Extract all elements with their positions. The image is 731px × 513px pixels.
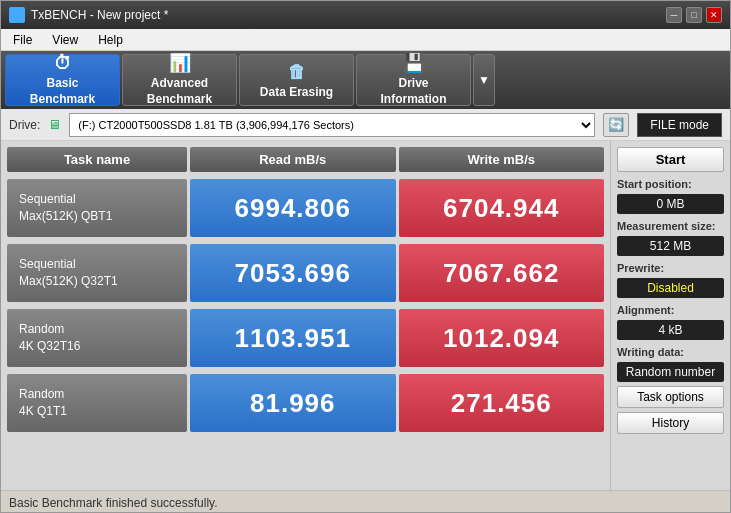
close-button[interactable]: ✕ bbox=[706, 7, 722, 23]
toolbar-advanced-label: AdvancedBenchmark bbox=[147, 76, 212, 107]
read-value-1: 7053.696 bbox=[190, 244, 396, 302]
app-icon bbox=[9, 7, 25, 23]
toolbar-btn-advanced[interactable]: 📊 AdvancedBenchmark bbox=[122, 54, 237, 106]
menu-help[interactable]: Help bbox=[90, 31, 131, 49]
write-value-2: 1012.094 bbox=[399, 309, 605, 367]
toolbar-basic-label: BasicBenchmark bbox=[30, 76, 95, 107]
toolbar-erasing-label: Data Erasing bbox=[260, 85, 333, 99]
bench-row-1: SequentialMax(512K) Q32T1 7053.696 7067.… bbox=[7, 244, 604, 302]
toolbar-btn-drive[interactable]: 💾 DriveInformation bbox=[356, 54, 471, 106]
drive-bar: Drive: 🖥 (F:) CT2000T500SSD8 1.81 TB (3,… bbox=[1, 109, 730, 141]
maximize-button[interactable]: □ bbox=[686, 7, 702, 23]
write-value-1: 7067.662 bbox=[399, 244, 605, 302]
chevron-down-icon: ▼ bbox=[478, 73, 490, 87]
drive-refresh-button[interactable]: 🔄 bbox=[603, 113, 629, 137]
drive-label: Drive: bbox=[9, 118, 40, 132]
writing-data-value: Random number bbox=[617, 362, 724, 382]
bench-row-3: Random4K Q1T1 81.996 271.456 bbox=[7, 374, 604, 432]
advanced-benchmark-icon: 📊 bbox=[169, 52, 191, 74]
write-value-0: 6704.944 bbox=[399, 179, 605, 237]
prewrite-label: Prewrite: bbox=[617, 262, 724, 274]
header-task-name: Task name bbox=[7, 147, 187, 172]
measurement-size-label: Measurement size: bbox=[617, 220, 724, 232]
status-text: Basic Benchmark finished successfully. bbox=[9, 496, 218, 510]
start-position-value: 0 MB bbox=[617, 194, 724, 214]
history-button[interactable]: History bbox=[617, 412, 724, 434]
read-value-2: 1103.951 bbox=[190, 309, 396, 367]
benchmark-area: Task name Read mB/s Write mB/s Sequentia… bbox=[1, 141, 610, 490]
read-value-3: 81.996 bbox=[190, 374, 396, 432]
header-read: Read mB/s bbox=[190, 147, 396, 172]
alignment-value: 4 kB bbox=[617, 320, 724, 340]
menu-view[interactable]: View bbox=[44, 31, 86, 49]
start-position-label: Start position: bbox=[617, 178, 724, 190]
writing-data-label: Writing data: bbox=[617, 346, 724, 358]
task-options-button[interactable]: Task options bbox=[617, 386, 724, 408]
task-name-3: Random4K Q1T1 bbox=[7, 374, 187, 432]
data-erasing-icon: 🗑 bbox=[288, 62, 306, 83]
drive-select[interactable]: (F:) CT2000T500SSD8 1.81 TB (3,906,994,1… bbox=[69, 113, 595, 137]
task-name-1: SequentialMax(512K) Q32T1 bbox=[7, 244, 187, 302]
window-controls: ─ □ ✕ bbox=[666, 7, 722, 23]
menu-bar: File View Help bbox=[1, 29, 730, 51]
start-button[interactable]: Start bbox=[617, 147, 724, 172]
bench-header-row: Task name Read mB/s Write mB/s bbox=[7, 147, 604, 172]
measurement-size-value: 512 MB bbox=[617, 236, 724, 256]
window-title: TxBENCH - New project * bbox=[31, 8, 168, 22]
main-content: Task name Read mB/s Write mB/s Sequentia… bbox=[1, 141, 730, 490]
file-mode-button[interactable]: FILE mode bbox=[637, 113, 722, 137]
menu-file[interactable]: File bbox=[5, 31, 40, 49]
toolbar-dropdown[interactable]: ▼ bbox=[473, 54, 495, 106]
prewrite-value: Disabled bbox=[617, 278, 724, 298]
read-value-0: 6994.806 bbox=[190, 179, 396, 237]
basic-benchmark-icon: ⏱ bbox=[54, 53, 72, 74]
bench-row-0: SequentialMax(512K) QBT1 6994.806 6704.9… bbox=[7, 179, 604, 237]
status-bar: Basic Benchmark finished successfully. bbox=[1, 490, 730, 513]
toolbar: ⏱ BasicBenchmark 📊 AdvancedBenchmark 🗑 D… bbox=[1, 51, 730, 109]
title-bar: TxBENCH - New project * ─ □ ✕ bbox=[1, 1, 730, 29]
write-value-3: 271.456 bbox=[399, 374, 605, 432]
drive-info-icon: 💾 bbox=[403, 52, 425, 74]
toolbar-btn-basic[interactable]: ⏱ BasicBenchmark bbox=[5, 54, 120, 106]
toolbar-btn-erasing[interactable]: 🗑 Data Erasing bbox=[239, 54, 354, 106]
alignment-label: Alignment: bbox=[617, 304, 724, 316]
header-write: Write mB/s bbox=[399, 147, 605, 172]
right-panel: Start Start position: 0 MB Measurement s… bbox=[610, 141, 730, 490]
bench-row-2: Random4K Q32T16 1103.951 1012.094 bbox=[7, 309, 604, 367]
toolbar-drive-label: DriveInformation bbox=[381, 76, 447, 107]
minimize-button[interactable]: ─ bbox=[666, 7, 682, 23]
task-name-2: Random4K Q32T16 bbox=[7, 309, 187, 367]
task-name-0: SequentialMax(512K) QBT1 bbox=[7, 179, 187, 237]
